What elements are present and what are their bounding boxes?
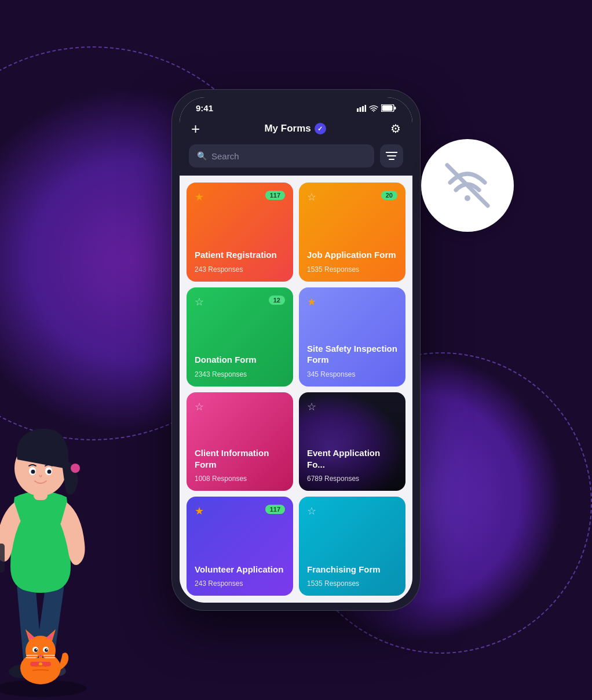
- card-top-job-application: ☆ 20: [307, 191, 397, 203]
- form-card-job-application[interactable]: ☆ 20 Job Application Form 1535 Responses: [299, 183, 405, 282]
- star-icon-client-information[interactable]: ☆: [195, 400, 204, 413]
- svg-point-23: [34, 648, 38, 652]
- star-icon-site-safety[interactable]: ★: [307, 296, 316, 308]
- svg-rect-34: [357, 108, 359, 112]
- svg-point-38: [373, 111, 374, 112]
- svg-point-1: [465, 195, 470, 201]
- star-icon-event-application[interactable]: ☆: [307, 400, 316, 413]
- svg-rect-7: [0, 544, 5, 573]
- settings-button[interactable]: ⚙: [390, 122, 401, 136]
- star-icon-patient-registration[interactable]: ★: [195, 191, 204, 203]
- form-card-event-application[interactable]: ☆ Event Application Fo... 6789 Responses: [299, 392, 405, 491]
- badge-donation-form: 12: [269, 296, 285, 305]
- star-icon-volunteer-application[interactable]: ★: [195, 505, 204, 517]
- signal-icon: [357, 105, 366, 112]
- svg-rect-37: [365, 105, 367, 112]
- form-card-volunteer-application[interactable]: ★ 117 Volunteer Application 243 Response…: [187, 497, 293, 596]
- search-placeholder: Search: [211, 151, 239, 161]
- card-responses-site-safety: 345 Responses: [307, 370, 397, 378]
- card-top-client-information: ☆: [195, 400, 285, 413]
- phone-notch: [258, 97, 334, 114]
- card-top-franchising-form: ☆: [307, 505, 397, 517]
- search-bar[interactable]: 🔍 Search: [189, 144, 374, 167]
- cat-illustration: [6, 619, 75, 688]
- star-icon-franchising-form[interactable]: ☆: [307, 505, 316, 517]
- card-responses-donation-form: 2343 Responses: [195, 370, 285, 378]
- card-responses-patient-registration: 243 Responses: [195, 265, 285, 274]
- card-title-site-safety: Site Safety Inspection Form: [307, 343, 397, 366]
- phone-body: 9:41: [171, 89, 421, 611]
- card-responses-client-information: 1008 Responses: [195, 475, 285, 483]
- badge-volunteer-application: 117: [265, 505, 285, 514]
- card-top-volunteer-application: ★ 117: [195, 505, 285, 517]
- svg-rect-35: [360, 107, 361, 112]
- svg-point-24: [45, 648, 48, 652]
- wifi-off-icon: [438, 156, 496, 214]
- form-card-site-safety[interactable]: ★ Site Safety Inspection Form 345 Respon…: [299, 287, 405, 387]
- form-card-patient-registration[interactable]: ★ 117 Patient Registration 243 Responses: [187, 183, 293, 282]
- header-title-text: My Forms: [264, 123, 310, 134]
- card-responses-franchising-form: 1535 Responses: [307, 579, 397, 588]
- header-title-area: My Forms ✓: [264, 123, 326, 134]
- phone-mockup: 9:41: [171, 89, 421, 611]
- svg-point-14: [71, 464, 80, 473]
- status-time: 9:41: [196, 103, 213, 113]
- svg-point-13: [47, 470, 52, 474]
- card-title-donation-form: Donation Form: [195, 354, 285, 366]
- card-title-event-application: Event Application Fo...: [307, 447, 397, 470]
- status-icons: [357, 104, 396, 112]
- forms-grid: ★ 117 Patient Registration 243 Responses…: [180, 176, 412, 603]
- svg-point-26: [46, 649, 47, 650]
- form-card-client-information[interactable]: ☆ Client Information Form 1008 Responses: [187, 392, 293, 491]
- form-card-donation-form[interactable]: ☆ 12 Donation Form 2343 Responses: [187, 287, 293, 387]
- app-header: + My Forms ✓ ⚙: [180, 116, 412, 144]
- card-top-event-application: ☆: [307, 400, 397, 413]
- card-title-franchising-form: Franchising Form: [307, 564, 397, 575]
- card-title-volunteer-application: Volunteer Application: [195, 564, 285, 575]
- add-button[interactable]: +: [191, 121, 200, 136]
- card-top-site-safety: ★: [307, 296, 397, 308]
- svg-point-25: [36, 649, 37, 650]
- star-icon-job-application[interactable]: ☆: [307, 191, 316, 203]
- wifi-off-badge: [421, 139, 514, 232]
- svg-rect-41: [382, 105, 393, 111]
- badge-patient-registration: 117: [265, 191, 285, 200]
- badge-job-application: 20: [381, 191, 397, 200]
- svg-rect-40: [394, 107, 396, 110]
- card-top-patient-registration: ★ 117: [195, 191, 285, 203]
- card-responses-job-application: 1535 Responses: [307, 265, 397, 274]
- svg-rect-36: [362, 106, 364, 112]
- phone-screen: 9:41: [180, 97, 412, 603]
- star-icon-donation-form[interactable]: ☆: [195, 296, 204, 308]
- wifi-icon: [369, 105, 378, 112]
- search-icon: 🔍: [197, 151, 207, 161]
- filter-icon: [386, 151, 397, 161]
- svg-point-12: [31, 470, 35, 474]
- card-responses-volunteer-application: 243 Responses: [195, 579, 285, 588]
- battery-icon: [381, 104, 396, 112]
- verified-icon: ✓: [315, 123, 326, 134]
- filter-button[interactable]: [380, 144, 403, 167]
- card-title-patient-registration: Patient Registration: [195, 249, 285, 261]
- card-top-donation-form: ☆ 12: [195, 296, 285, 308]
- card-title-job-application: Job Application Form: [307, 249, 397, 261]
- card-title-client-information: Client Information Form: [195, 447, 285, 470]
- form-card-franchising-form[interactable]: ☆ Franchising Form 1535 Responses: [299, 497, 405, 596]
- card-responses-event-application: 6789 Responses: [307, 475, 397, 483]
- search-container: 🔍 Search: [180, 144, 412, 176]
